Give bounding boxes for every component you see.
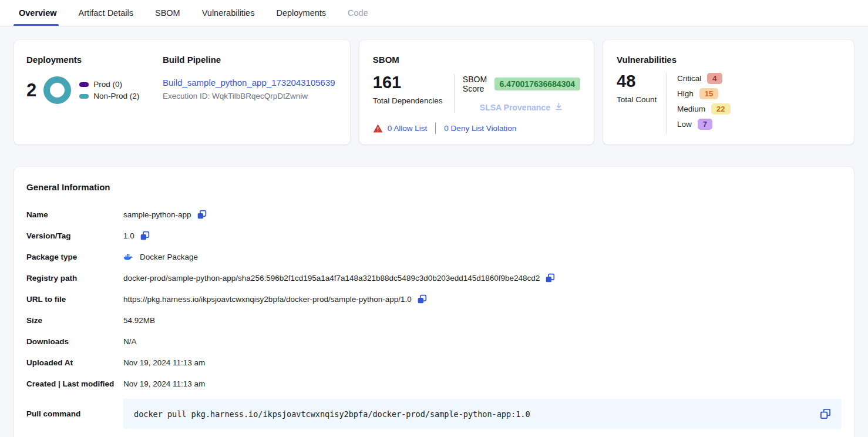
critical-label: Critical: [677, 74, 701, 83]
build-pipeline-section: Build Pipeline Build_sample_python_app_1…: [163, 55, 338, 130]
severity-row-medium: Medium 22: [677, 103, 730, 115]
vertical-divider: [666, 73, 667, 134]
links-divider: [435, 123, 436, 134]
sbom-score-badge: 6.470017636684304: [494, 78, 580, 90]
severity-row-low: Low 7: [677, 119, 730, 130]
severity-row-high: High 15: [677, 88, 730, 99]
created-modified-label: Created | Last modified: [26, 379, 123, 388]
registry-path-value: docker-prod/sample-python-app/sha256:596…: [123, 274, 540, 283]
sbom-title: SBOM: [373, 55, 580, 65]
deployments-card: Deployments 2 Prod (0) Non-Prod (2): [14, 40, 350, 144]
downloads-label: Downloads: [26, 337, 123, 346]
download-icon: [554, 102, 563, 113]
warning-icon: [373, 124, 383, 133]
tab-code: Code: [348, 0, 368, 26]
legend-item-nonprod: Non-Prod (2): [79, 92, 139, 100]
url-to-file-label: URL to file: [26, 295, 123, 304]
medium-label: Medium: [677, 105, 705, 113]
uploaded-at-label: Uploaded At: [26, 358, 123, 367]
execution-id-text: Execution ID: WqkTilbBRqecQrpDtZwniw: [163, 92, 338, 100]
created-modified-value: Nov 19, 2024 11:13 am: [123, 379, 205, 388]
size-value: 54.92MB: [123, 316, 155, 325]
sbom-score-label: SBOM Score: [463, 75, 489, 93]
size-row: Size 54.92MB: [26, 310, 842, 331]
low-count-badge: 7: [698, 119, 712, 130]
size-label: Size: [26, 316, 123, 325]
nonprod-swatch: [79, 94, 89, 99]
package-type-row: Package type Docker Package: [26, 246, 842, 267]
vulnerabilities-title: Vulnerabilities: [617, 55, 840, 65]
deployments-legend: Prod (0) Non-Prod (2): [79, 77, 139, 103]
downloads-row: Downloads N/A: [26, 331, 842, 352]
uploaded-at-row: Uploaded At Nov 19, 2024 11:13 am: [26, 352, 842, 373]
tab-bar: Overview Artifact Details SBOM Vulnerabi…: [0, 0, 868, 26]
severity-list: Critical 4 High 15 Medium 22 Low 7: [677, 73, 730, 134]
low-label: Low: [677, 120, 692, 129]
vulnerabilities-totals: 48 Total Count: [617, 73, 666, 134]
url-to-file-value: https://pkg.harness.io/ikpsjoavtcwxnqisy…: [123, 295, 412, 304]
vulnerabilities-total-label: Total Count: [617, 95, 666, 104]
pull-command-row: Pull command docker pull pkg.harness.io/…: [26, 399, 842, 429]
downloads-value: N/A: [123, 337, 137, 346]
tab-deployments[interactable]: Deployments: [276, 0, 326, 26]
sbom-card: SBOM 161 Total Dependencies SBOM Score 6…: [359, 40, 594, 144]
pull-command-value: docker pull pkg.harness.io/ikpsjoavtcwxn…: [134, 409, 530, 419]
slsa-provenance-download[interactable]: SLSA Provenance: [463, 102, 580, 113]
high-count-badge: 15: [699, 88, 718, 99]
pull-command-label: Pull command: [26, 409, 123, 418]
created-modified-row: Created | Last modified Nov 19, 2024 11:…: [26, 373, 842, 394]
docker-icon: [123, 253, 133, 261]
summary-cards-row: Deployments 2 Prod (0) Non-Prod (2): [14, 40, 854, 144]
slsa-provenance-label: SLSA Provenance: [480, 103, 550, 112]
prod-swatch: [79, 82, 89, 87]
vulnerabilities-total-count: 48: [617, 73, 666, 90]
package-type-label: Package type: [26, 253, 123, 261]
build-pipeline-title: Build Pipeline: [163, 55, 338, 65]
legend-item-prod: Prod (0): [79, 80, 139, 89]
tab-vulnerabilities[interactable]: Vulnerabilities: [202, 0, 255, 26]
registry-path-row: Registry path docker-prod/sample-python-…: [26, 267, 842, 288]
copy-icon[interactable]: [140, 231, 150, 241]
critical-count-badge: 4: [707, 73, 722, 84]
sbom-total-label: Total Dependencies: [373, 96, 454, 105]
copy-icon[interactable]: [545, 273, 555, 283]
version-label: Version/Tag: [26, 231, 123, 240]
prod-legend-label: Prod (0): [93, 80, 122, 89]
deployments-donut-chart: [43, 76, 71, 104]
high-label: High: [677, 89, 694, 98]
uploaded-at-value: Nov 19, 2024 11:13 am: [123, 358, 205, 367]
allow-list-link[interactable]: 0 Allow List: [388, 124, 428, 133]
registry-path-label: Registry path: [26, 274, 123, 283]
deployments-total-count: 2: [26, 81, 36, 99]
name-label: Name: [26, 210, 123, 219]
overview-page: Deployments 2 Prod (0) Non-Prod (2): [0, 26, 868, 437]
deployments-title: Deployments: [26, 55, 163, 65]
pull-command-box: docker pull pkg.harness.io/ikpsjoavtcwxn…: [123, 399, 842, 429]
copy-icon[interactable]: [820, 408, 831, 419]
medium-count-badge: 22: [711, 103, 730, 115]
general-information-title: General Information: [26, 182, 842, 192]
tab-overview[interactable]: Overview: [19, 0, 57, 26]
name-row: Name sample-python-app: [26, 204, 842, 225]
copy-icon[interactable]: [417, 294, 427, 304]
sbom-total-dependencies: 161: [373, 74, 454, 91]
tab-sbom[interactable]: SBOM: [155, 0, 180, 26]
version-value: 1.0: [123, 231, 134, 240]
vulnerabilities-card: Vulnerabilities 48 Total Count Critical …: [603, 40, 854, 144]
deny-list-violation-link[interactable]: 0 Deny List Violation: [444, 124, 516, 133]
name-value: sample-python-app: [123, 210, 191, 219]
tab-artifact-details[interactable]: Artifact Details: [79, 0, 133, 26]
sbom-totals: 161 Total Dependencies: [373, 74, 454, 113]
nonprod-legend-label: Non-Prod (2): [93, 92, 139, 100]
severity-row-critical: Critical 4: [677, 73, 730, 84]
version-row: Version/Tag 1.0: [26, 225, 842, 246]
general-information-card: General Information Name sample-python-a…: [14, 167, 854, 437]
build-pipeline-link[interactable]: Build_sample_python_app_1732043105639: [163, 78, 335, 88]
copy-icon[interactable]: [197, 210, 207, 220]
deployments-section: Deployments 2 Prod (0) Non-Prod (2): [26, 55, 163, 130]
url-to-file-row: URL to file https://pkg.harness.io/ikpsj…: [26, 288, 842, 310]
package-type-value: Docker Package: [140, 253, 198, 261]
